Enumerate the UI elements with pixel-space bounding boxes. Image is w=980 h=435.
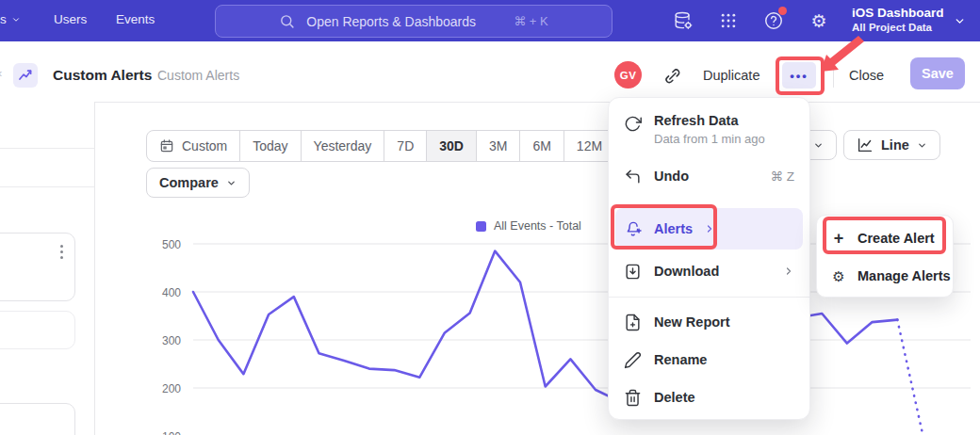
save-button[interactable]: Save bbox=[910, 57, 965, 89]
submenu-item-create-alert[interactable]: + Create Alert bbox=[817, 219, 953, 257]
sidebar-card[interactable] bbox=[0, 311, 75, 349]
date-range-7d[interactable]: 7D bbox=[384, 131, 426, 161]
menu-item-label: Download bbox=[654, 264, 719, 279]
date-range-6m[interactable]: 6M bbox=[519, 131, 563, 161]
notification-badge bbox=[778, 7, 787, 15]
project-switcher[interactable]: iOS Dashboard All Project Data bbox=[852, 5, 944, 34]
compare-label: Compare bbox=[159, 175, 219, 190]
date-range-3m[interactable]: 3M bbox=[476, 131, 519, 161]
chevron-right-icon bbox=[783, 266, 794, 277]
help-button[interactable] bbox=[761, 8, 786, 33]
menu-item-new-report[interactable]: New Report bbox=[609, 303, 809, 341]
alerts-submenu: + Create Alert ⚙ Manage Alerts bbox=[816, 215, 954, 298]
chevron-down-icon bbox=[11, 15, 21, 24]
nav-item-partial[interactable]: s bbox=[0, 12, 21, 26]
left-sidebar bbox=[0, 102, 95, 435]
menu-item-undo[interactable]: Undo ⌘ Z bbox=[609, 157, 809, 195]
close-button[interactable]: Close bbox=[849, 68, 884, 83]
svg-text:400: 400 bbox=[162, 286, 181, 299]
pencil-icon bbox=[624, 351, 642, 369]
file-plus-icon bbox=[624, 314, 642, 331]
legend-swatch bbox=[476, 221, 486, 232]
trash-icon bbox=[624, 389, 642, 407]
settings-button[interactable]: ⚙ bbox=[807, 8, 831, 33]
date-range-12m[interactable]: 12M bbox=[564, 131, 614, 161]
plus-icon: + bbox=[831, 230, 846, 247]
menu-item-delete[interactable]: Delete bbox=[609, 379, 809, 416]
date-range-label: Custom bbox=[182, 138, 227, 153]
menu-item-label: Refresh Data bbox=[654, 113, 765, 128]
sidebar-card[interactable] bbox=[0, 403, 75, 435]
search-input[interactable] bbox=[304, 13, 504, 30]
bell-plus-icon bbox=[625, 220, 643, 238]
menu-item-label: Rename bbox=[654, 352, 707, 367]
submenu-item-manage-alerts[interactable]: ⚙ Manage Alerts bbox=[817, 257, 953, 295]
chevron-down-icon bbox=[813, 140, 824, 151]
menu-item-label: Alerts bbox=[654, 221, 693, 236]
avatar[interactable]: GV bbox=[614, 61, 642, 89]
date-range-custom[interactable]: Custom bbox=[147, 131, 239, 161]
apps-grid-button[interactable] bbox=[716, 8, 741, 33]
menu-item-refresh-data[interactable]: Refresh Data Data from 1 min ago bbox=[609, 105, 809, 152]
gear-icon: ⚙ bbox=[810, 12, 826, 30]
chevron-right-icon bbox=[704, 223, 715, 234]
data-management-button[interactable] bbox=[671, 8, 695, 33]
more-options-button[interactable]: ••• bbox=[782, 62, 816, 89]
line-chart-icon bbox=[857, 137, 874, 153]
search-icon bbox=[279, 13, 295, 29]
kebab-menu-icon[interactable] bbox=[60, 245, 63, 259]
calendar-icon bbox=[159, 138, 174, 153]
chevron-down-icon bbox=[954, 15, 966, 27]
link-icon bbox=[663, 67, 683, 87]
mini-chart-icon bbox=[18, 68, 33, 83]
copy-link-button[interactable] bbox=[662, 65, 684, 88]
submenu-item-label: Manage Alerts bbox=[858, 268, 951, 283]
top-nav: s Users Events ⌘ + K bbox=[0, 0, 980, 41]
menu-item-alerts[interactable]: Alerts bbox=[615, 208, 803, 250]
undo-icon bbox=[624, 168, 642, 185]
nav-item-partial-label: s bbox=[0, 12, 7, 26]
date-range-yesterday[interactable]: Yesterday bbox=[301, 131, 384, 161]
refresh-icon bbox=[624, 115, 642, 133]
download-icon bbox=[624, 263, 642, 281]
project-title: iOS Dashboard bbox=[852, 5, 944, 21]
nav-item-events[interactable]: Events bbox=[116, 12, 155, 26]
compare-button[interactable]: Compare bbox=[146, 168, 250, 198]
chart-type-button[interactable]: Line bbox=[843, 130, 940, 160]
date-range-today[interactable]: Today bbox=[239, 131, 300, 161]
date-range-30d-selected[interactable]: 30D bbox=[426, 131, 476, 161]
app-window: s Users Events ⌘ + K bbox=[0, 0, 980, 435]
date-range-selector: Custom Today Yesterday 7D 30D 3M 6M 12M bbox=[146, 130, 615, 162]
sidebar-divider bbox=[0, 186, 94, 187]
menu-item-shortcut: ⌘ Z bbox=[771, 169, 795, 184]
global-search[interactable]: ⌘ + K bbox=[215, 5, 612, 38]
menu-item-rename[interactable]: Rename bbox=[609, 341, 809, 379]
page-title: Custom Alerts bbox=[53, 67, 152, 84]
nav-item-users[interactable]: Users bbox=[54, 12, 87, 26]
menu-item-subtitle: Data from 1 min ago bbox=[654, 132, 765, 146]
search-shortcut: ⌘ + K bbox=[514, 14, 548, 28]
more-options-menu: Refresh Data Data from 1 min ago Undo ⌘ … bbox=[608, 97, 810, 420]
breadcrumb: Custom Alerts bbox=[157, 68, 239, 83]
menu-item-label: New Report bbox=[654, 314, 730, 330]
project-subtitle: All Project Data bbox=[852, 21, 944, 34]
svg-text:100: 100 bbox=[162, 430, 181, 435]
database-icon bbox=[673, 10, 694, 31]
collapsed-panel-mark: ‹ bbox=[0, 66, 2, 80]
sidebar-divider bbox=[0, 148, 94, 149]
chevron-down-icon bbox=[917, 140, 927, 151]
svg-text:300: 300 bbox=[162, 334, 181, 347]
menu-item-label: Delete bbox=[654, 390, 695, 405]
svg-text:200: 200 bbox=[162, 382, 181, 395]
gear-icon: ⚙ bbox=[831, 269, 846, 283]
chevron-down-icon bbox=[226, 178, 237, 188]
apps-grid-icon bbox=[719, 11, 738, 30]
menu-divider bbox=[609, 297, 809, 298]
svg-text:500: 500 bbox=[162, 238, 181, 251]
sidebar-card[interactable] bbox=[0, 233, 75, 301]
duplicate-button[interactable]: Duplicate bbox=[703, 68, 760, 83]
chart-type-label: Line bbox=[881, 137, 909, 153]
menu-item-download[interactable]: Download bbox=[609, 252, 809, 290]
menu-item-label: Undo bbox=[654, 169, 689, 184]
report-type-tile bbox=[13, 63, 38, 88]
